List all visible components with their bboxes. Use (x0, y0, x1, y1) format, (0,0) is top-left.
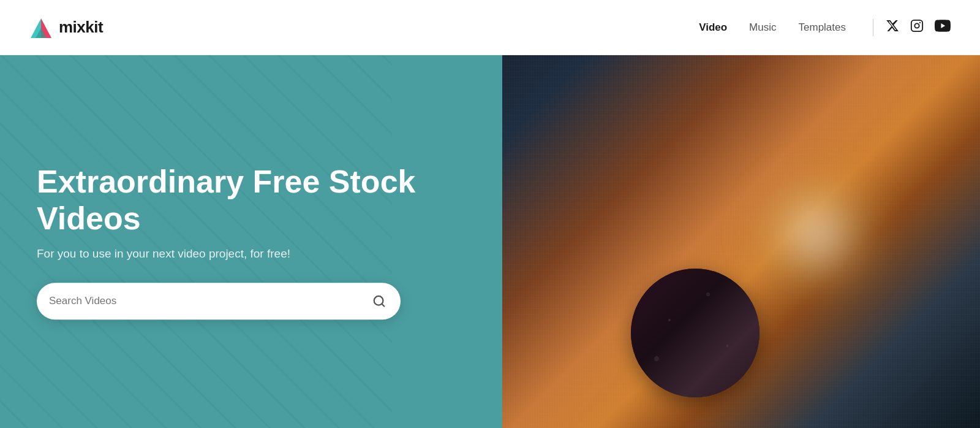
logo-text: mixkit (59, 18, 103, 37)
nav-divider (873, 19, 873, 36)
svg-point-4 (914, 23, 919, 28)
youtube-icon[interactable] (935, 20, 951, 35)
instagram-icon[interactable] (910, 19, 924, 36)
nav-video[interactable]: Video (699, 21, 727, 34)
hero-content: Extraordinary Free Stock Videos For you … (37, 164, 466, 319)
nav-music[interactable]: Music (749, 21, 776, 34)
twitter-icon[interactable] (886, 19, 899, 36)
search-icon (372, 294, 386, 308)
svg-rect-3 (911, 20, 922, 31)
hero-small-circle (631, 269, 760, 397)
svg-line-9 (382, 304, 384, 306)
svg-point-5 (919, 22, 921, 23)
logo-area[interactable]: mixkit (29, 16, 103, 39)
hero-section: Extraordinary Free Stock Videos For you … (0, 55, 980, 428)
hero-subtitle: For you to use in your next video projec… (37, 247, 466, 261)
header-right: Video Music Templates (699, 19, 951, 36)
logo-icon (29, 16, 53, 39)
hero-photo-area (392, 55, 980, 428)
hero-title: Extraordinary Free Stock Videos (37, 164, 466, 237)
social-icons (886, 19, 951, 36)
search-bar (37, 283, 401, 319)
nav-templates[interactable]: Templates (799, 21, 846, 34)
search-button[interactable] (370, 292, 388, 310)
main-nav: Video Music Templates (699, 21, 846, 34)
search-input[interactable] (49, 295, 370, 307)
site-header: mixkit Video Music Templates (0, 0, 980, 55)
